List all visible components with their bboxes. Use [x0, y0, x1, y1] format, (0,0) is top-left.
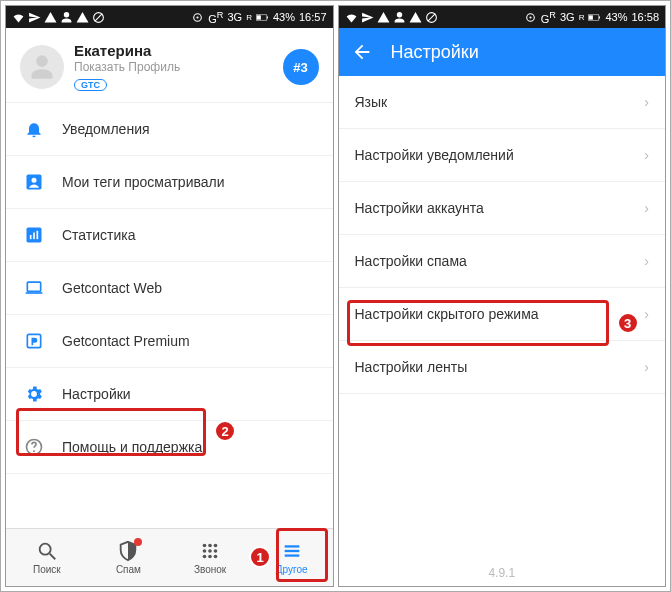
tab-label: Другое	[276, 564, 308, 575]
profile-header[interactable]: Екатерина Показать Профиль GTC #3	[6, 28, 333, 103]
tab-spam[interactable]: Спам	[88, 529, 170, 586]
bell-icon	[24, 119, 44, 139]
back-button[interactable]	[351, 41, 373, 63]
svg-point-8	[32, 178, 37, 183]
spam-badge	[134, 538, 142, 546]
setting-spam[interactable]: Настройки спама ›	[339, 235, 666, 288]
status-bar-left: GR 3GR 43% 16:57	[6, 6, 333, 28]
bottom-nav: Поиск Спам Звонок Другое	[6, 528, 333, 586]
svg-line-33	[427, 13, 435, 21]
menu-item-help[interactable]: Помощь и поддержка	[6, 421, 333, 474]
signal-text: GR	[208, 10, 223, 25]
setting-language[interactable]: Язык ›	[339, 76, 666, 129]
appbar-title: Настройки	[391, 42, 479, 63]
nosync-icon	[425, 11, 438, 24]
menu-item-label: Статистика	[62, 227, 136, 243]
version-label: 4.9.1	[339, 554, 666, 586]
clock-text: 16:58	[631, 11, 659, 23]
signal-text-3g: 3G	[560, 11, 575, 23]
svg-line-1	[95, 13, 103, 21]
location-icon	[191, 11, 204, 24]
chevron-right-icon: ›	[644, 200, 649, 216]
tab-search[interactable]: Поиск	[6, 529, 88, 586]
svg-point-20	[203, 544, 207, 548]
wifi-icon	[12, 11, 25, 24]
battery-text: 43%	[605, 11, 627, 23]
chevron-right-icon: ›	[644, 306, 649, 322]
menu-icon	[281, 540, 303, 562]
setting-label: Настройки уведомлений	[355, 147, 514, 163]
person-icon	[60, 11, 73, 24]
svg-rect-11	[33, 233, 35, 240]
phone-right: GR 3GR 43% 16:58 Настройки Язык › Настро…	[338, 5, 667, 587]
svg-rect-6	[267, 16, 268, 18]
svg-point-17	[33, 450, 35, 452]
menu-item-web[interactable]: Getcontact Web	[6, 262, 333, 315]
settings-list: Язык › Настройки уведомлений › Настройки…	[339, 76, 666, 554]
shield-icon	[117, 540, 139, 562]
svg-point-23	[203, 549, 207, 553]
profile-info: Екатерина Показать Профиль GTC	[74, 42, 273, 92]
menu-item-label: Уведомления	[62, 121, 150, 137]
svg-line-19	[50, 554, 56, 560]
svg-rect-37	[589, 15, 593, 19]
setting-notifications[interactable]: Настройки уведомлений ›	[339, 129, 666, 182]
setting-hidden-mode[interactable]: Настройки скрытого режима ›	[339, 288, 666, 341]
stats-icon	[24, 225, 44, 245]
premium-icon	[24, 331, 44, 351]
app-bar: Настройки	[339, 28, 666, 76]
svg-point-3	[197, 16, 199, 18]
menu-list: Уведомления Мои теги просматривали Стати…	[6, 103, 333, 528]
send-icon	[361, 11, 374, 24]
tab-label: Поиск	[33, 564, 61, 575]
warning-icon	[76, 11, 89, 24]
arrow-left-icon	[351, 41, 373, 63]
menu-item-settings[interactable]: Настройки	[6, 368, 333, 421]
status-bar-right: GR 3GR 43% 16:58	[339, 6, 666, 28]
signal-text: GR	[541, 10, 556, 25]
menu-item-stats[interactable]: Статистика	[6, 209, 333, 262]
help-icon	[24, 437, 44, 457]
setting-label: Настройки аккаунта	[355, 200, 484, 216]
person-icon	[393, 11, 406, 24]
setting-label: Настройки скрытого режима	[355, 306, 539, 322]
svg-point-24	[208, 549, 212, 553]
warning-icon	[377, 11, 390, 24]
battery-text: 43%	[273, 11, 295, 23]
chevron-right-icon: ›	[644, 359, 649, 375]
search-icon	[36, 540, 58, 562]
svg-point-28	[214, 555, 218, 559]
dialpad-icon	[199, 540, 221, 562]
gear-icon	[24, 384, 44, 404]
battery-icon	[588, 11, 601, 24]
menu-item-tags[interactable]: Мои теги просматривали	[6, 156, 333, 209]
menu-item-label: Getcontact Web	[62, 280, 162, 296]
menu-item-notifications[interactable]: Уведомления	[6, 103, 333, 156]
setting-feed[interactable]: Настройки ленты ›	[339, 341, 666, 394]
warning-icon	[409, 11, 422, 24]
gtc-badge: GTC	[74, 79, 107, 91]
person-box-icon	[24, 172, 44, 192]
svg-point-27	[208, 555, 212, 559]
wifi-icon	[345, 11, 358, 24]
clock-text: 16:57	[299, 11, 327, 23]
chevron-right-icon: ›	[644, 253, 649, 269]
avatar-icon	[28, 53, 56, 81]
svg-rect-10	[30, 235, 32, 239]
svg-point-26	[203, 555, 207, 559]
svg-rect-38	[599, 16, 600, 18]
signal-text-3g: 3G	[227, 11, 242, 23]
send-icon	[28, 11, 41, 24]
setting-label: Настройки спама	[355, 253, 467, 269]
svg-rect-13	[27, 282, 40, 291]
menu-item-premium[interactable]: Getcontact Premium	[6, 315, 333, 368]
battery-icon	[256, 11, 269, 24]
svg-point-35	[529, 16, 531, 18]
tab-call[interactable]: Звонок	[169, 529, 251, 586]
tab-other[interactable]: Другое	[251, 529, 333, 586]
svg-rect-12	[37, 231, 39, 239]
setting-label: Настройки ленты	[355, 359, 468, 375]
warning-icon	[44, 11, 57, 24]
setting-account[interactable]: Настройки аккаунта ›	[339, 182, 666, 235]
profile-name: Екатерина	[74, 42, 273, 59]
